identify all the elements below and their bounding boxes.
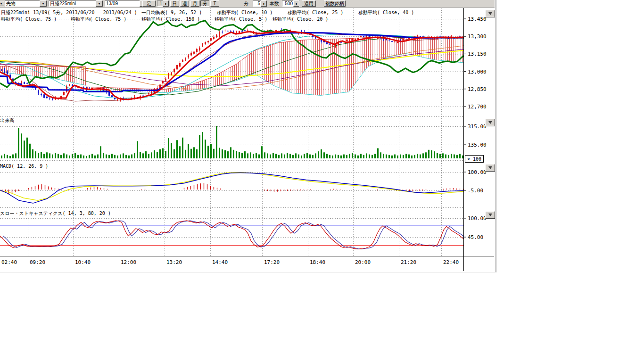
ashi-count-value: 1: [157, 1, 163, 6]
legend-item: 移動平均( Close, 5 ): [215, 16, 267, 22]
time-axis-label: 17:20: [264, 259, 280, 265]
contract-month-value: 13/09: [105, 1, 119, 6]
multi-symbol-button[interactable]: 複数銘柄: [324, 0, 346, 7]
axis-tick-label: 13,150: [468, 51, 487, 57]
axis-tick-label: 45.00: [468, 234, 483, 240]
pane-label-stochastics: スロー・ストキャスティクス( 14, 3, 80, 20 ): [0, 211, 111, 216]
time-axis-label: 10:40: [75, 259, 91, 265]
spinner-arrows-icon[interactable]: ▲▼: [293, 0, 299, 7]
triangle-down-icon: [488, 166, 492, 169]
ashi-button[interactable]: 足: [142, 0, 156, 7]
volume-multiplier-badge: × 100: [465, 155, 484, 163]
axis-tick-label: 100.00: [468, 169, 487, 175]
triangle-down-icon: [488, 214, 492, 216]
collapse-stoch-pane-button[interactable]: [485, 211, 495, 219]
time-axis-label: 12:00: [121, 259, 136, 265]
spinner-arrows-icon[interactable]: ▲▼: [163, 0, 169, 7]
time-axis-label: 02:40: [1, 259, 17, 265]
ichimoku-thick-lines: [0, 21, 463, 99]
pane-labels: 出来高MACD( 12, 26, 9 )スロー・ストキャスティクス( 14, 3…: [0, 118, 111, 216]
collapse-price-pane-button[interactable]: [485, 10, 495, 17]
time-axis-label: 13:20: [166, 259, 182, 265]
macd-series: [0, 173, 463, 203]
stochastics-series: [0, 221, 463, 249]
instrument-type-value: 先物: [5, 0, 17, 7]
time-axis-labels: 02:4009:2010:4012:0013:2014:4017:2018:40…: [1, 259, 459, 265]
chevron-down-icon[interactable]: ▼: [40, 0, 47, 7]
time-axis-label: 20:00: [355, 259, 371, 265]
legend-item: 移動平均( Close, 75 ): [71, 16, 126, 22]
legend-item: 一目均衡表( 9, 26, 52 ): [141, 10, 202, 15]
collapse-macd-pane-button[interactable]: [485, 164, 495, 172]
desktop: ▼ 先物 ▼ 日経225mini ▼ 13/09 ▼ 足 1 ▲▼ 分 5: [0, 0, 644, 362]
instrument-combo[interactable]: 日経225mini ▼: [49, 0, 103, 7]
axis-tick-label: 315.00: [468, 123, 487, 130]
legend-item: 日経225mini 13/09( 5分, 2013/06/20 - 2013/0…: [1, 10, 137, 15]
bars-spinner[interactable]: 500 ▲▼: [282, 0, 300, 7]
toolbar: ▼ 先物 ▼ 日経225mini ▼ 13/09 ▼ 足 1 ▲▼ 分 5: [0, 0, 495, 8]
instrument-value: 日経225mini: [49, 0, 77, 7]
legend-item: 移動平均( Close, 10 ): [217, 10, 272, 15]
axis-tick-label: 12,700: [468, 104, 487, 110]
time-axis-label: 14:40: [212, 259, 228, 265]
legend-item: 移動平均( Close, 40 ): [358, 10, 414, 15]
ashi-count-spinner[interactable]: 1 ▲▼: [157, 0, 169, 7]
period-button-2[interactable]: 週: [180, 0, 189, 7]
period-button-5[interactable]: T: [210, 0, 219, 7]
time-axis-label: 22:40: [443, 259, 459, 265]
instrument-type-combo[interactable]: 先物 ▼: [5, 0, 47, 7]
time-axis-label: 21:20: [401, 259, 416, 265]
period-button-1[interactable]: 日: [170, 0, 179, 7]
minute-spinner[interactable]: 5 ▲▼: [253, 0, 267, 7]
legend-item: 移動平均( Close, 25 ): [288, 10, 343, 15]
chart-window: ▼ 先物 ▼ 日経225mini ▼ 13/09 ▼ 足 1 ▲▼ 分 5: [0, 0, 496, 272]
partial-combo-dropdown-icon[interactable]: ▼: [0, 1, 4, 6]
chart-plot-area[interactable]: 13,45013,30013,15013,00012,85012,700315.…: [0, 0, 495, 272]
bars-value: 500: [282, 1, 293, 6]
legend-item: 移動平均( Close, 150 ): [141, 16, 200, 22]
spinner-arrows-icon[interactable]: ▲▼: [261, 0, 267, 7]
macd-axis-labels: 100.00-5.00: [463, 169, 487, 194]
triangle-down-icon: [488, 12, 492, 15]
axis-tick-label: 13,300: [468, 33, 487, 40]
pane-label-macd: MACD( 12, 26, 9 ): [0, 164, 48, 169]
volume-bars: [1, 126, 463, 158]
stoch-axis-labels: 100.0045.00: [463, 215, 487, 240]
time-axis-label: 09:20: [30, 259, 45, 265]
contract-month-combo[interactable]: 13/09 ▼: [105, 0, 147, 7]
bars-label: 本数: [270, 0, 279, 7]
legend-item: 移動平均( Close, 75 ): [1, 16, 57, 22]
time-axis-label: 18:40: [310, 259, 325, 265]
axis-tick-label: 100.00: [468, 215, 487, 222]
axis-tick-label: 12,850: [468, 86, 487, 92]
pane-label-volume: 出来高: [0, 118, 14, 123]
period-button-4[interactable]: 分: [200, 0, 209, 7]
period-button-3[interactable]: 月: [190, 0, 199, 7]
chevron-down-icon[interactable]: ▼: [96, 0, 103, 7]
axis-tick-label: -5.00: [468, 188, 483, 194]
apply-button[interactable]: 適用: [302, 0, 316, 7]
volume-axis-labels: 315.00135.00: [463, 123, 487, 148]
minute-value: 5: [253, 1, 261, 6]
legend: 日経225mini 13/09( 5分, 2013/06/20 - 2013/0…: [1, 10, 414, 22]
axis-tick-label: 135.00: [468, 142, 487, 148]
axis-tick-label: 13,000: [468, 69, 487, 75]
price-axis-labels: 13,45013,30013,15013,00012,85012,700: [463, 16, 487, 110]
legend-item: 移動平均( Close, 20 ): [272, 16, 328, 22]
triangle-down-icon: [488, 121, 492, 124]
collapse-volume-pane-button[interactable]: [485, 119, 495, 126]
minute-label: 分: [244, 0, 248, 7]
axis-tick-label: 13,450: [468, 16, 487, 22]
